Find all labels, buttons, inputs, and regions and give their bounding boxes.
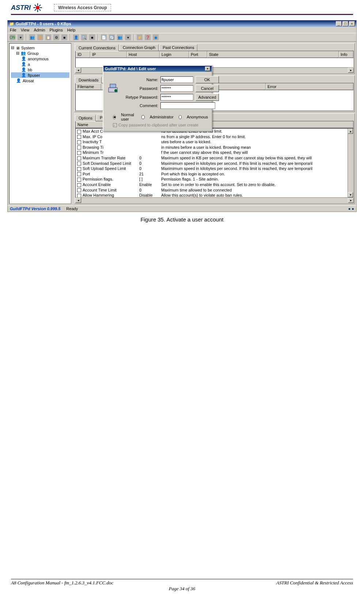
menu-view[interactable]: View xyxy=(21,28,30,32)
toolbar-icon[interactable]: 🔄 xyxy=(109,34,115,41)
scrollbar-h[interactable]: ◂ ▸ xyxy=(75,198,354,203)
option-row[interactable]: Account EnableEnableSet to one in order … xyxy=(76,182,353,187)
tree-node-user[interactable]: 👤anonymous xyxy=(11,56,69,61)
col-ip[interactable]: IP xyxy=(90,51,127,58)
minimize-button[interactable]: _ xyxy=(336,21,342,26)
tree-node-user[interactable]: 👤Alosat xyxy=(11,78,69,83)
toolbar-icon[interactable]: ❓ xyxy=(144,34,151,41)
password-field[interactable] xyxy=(160,85,193,92)
option-row[interactable]: Permission flags.[ ]Permission flags. 1 … xyxy=(76,177,353,182)
option-checkbox[interactable] xyxy=(77,178,81,182)
brand-text: ASTRI xyxy=(11,4,31,12)
advanced-button[interactable]: Advanced xyxy=(196,94,219,101)
toolbar-dropdown-icon[interactable]: ▾ xyxy=(17,34,24,41)
tab-connection-graph[interactable]: Connection Graph xyxy=(120,44,159,51)
menu-plugins[interactable]: Plugins xyxy=(50,28,63,32)
toolbar-icon[interactable]: 🔆 xyxy=(37,34,43,41)
option-row[interactable]: Port21Port which this login is accepted … xyxy=(76,171,353,177)
toolbar-dropdown-icon[interactable]: ▾ xyxy=(125,34,131,41)
option-checkbox[interactable] xyxy=(77,130,81,134)
maximize-button[interactable]: □ xyxy=(342,21,348,26)
col-login[interactable]: Login xyxy=(160,51,189,58)
tab-downloads[interactable]: Downloads xyxy=(75,77,102,83)
scroll-right-icon[interactable]: ▸ xyxy=(348,198,354,203)
tree-label: a xyxy=(28,62,30,67)
option-checkbox[interactable] xyxy=(77,156,81,160)
option-row[interactable]: Browsing Tiin minutes before a user is k… xyxy=(76,145,353,150)
menu-admin[interactable]: Admin xyxy=(34,28,45,32)
option-value: 21 xyxy=(138,171,160,177)
comment-field[interactable] xyxy=(160,102,215,109)
option-checkbox[interactable] xyxy=(77,183,81,187)
scroll-left-icon[interactable]: ◂ xyxy=(75,68,81,73)
option-row[interactable]: Max. IP Cons from a single IP address. E… xyxy=(76,134,353,140)
toolbar-icon[interactable]: ■ xyxy=(89,34,95,41)
radio-administrator[interactable] xyxy=(141,115,144,119)
toolbar-icon[interactable]: 📄 xyxy=(101,34,107,41)
tree-node-user[interactable]: 👤bb xyxy=(11,67,69,72)
toolbar-icon[interactable]: 👤 xyxy=(73,34,79,41)
toolbar-icon[interactable]: 📋 xyxy=(45,34,52,41)
tree-view[interactable]: ⊟🖥System ⊟👥Group 👤anonymous 👤a 👤bb 👤ftpu… xyxy=(9,43,71,204)
toolbar-on-icon[interactable]: ON xyxy=(9,34,16,41)
toolbar-icon[interactable]: 🔍 xyxy=(81,34,87,41)
option-checkbox[interactable] xyxy=(77,145,81,149)
option-row[interactable]: Allow HammeringDisableAllow this account… xyxy=(76,193,353,198)
tree-node-group[interactable]: ⊟👥Group xyxy=(11,50,69,56)
toolbar-icon[interactable]: ⚡ xyxy=(136,34,143,41)
option-row[interactable]: Inactivity Tutes before a user is kicked… xyxy=(76,139,353,145)
dialog-close-button[interactable]: × xyxy=(205,67,210,71)
option-row[interactable]: Soft Upload Speed Limit0Maximimum speed … xyxy=(76,166,353,171)
option-checkbox[interactable] xyxy=(77,194,81,198)
scroll-up-icon[interactable]: ▴ xyxy=(348,129,353,134)
scroll-down-icon[interactable]: ▾ xyxy=(348,192,353,197)
titlebar: 📁 GuildFTPd - 0 users - 0 KBps _ □ × xyxy=(8,20,356,27)
repassword-field[interactable] xyxy=(160,94,193,101)
scroll-left-icon[interactable]: ◂ xyxy=(75,198,81,203)
tab-current-connections[interactable]: Current Connections xyxy=(75,45,119,51)
comment-label: Comment: xyxy=(122,103,158,108)
option-checkbox[interactable] xyxy=(77,140,81,144)
option-row[interactable]: Soft Download Speed Limit0Maximimum spee… xyxy=(76,161,353,166)
menu-file[interactable]: File xyxy=(10,28,16,32)
option-name: Allow Hammering xyxy=(83,193,114,197)
toolbar-icon[interactable]: 👥 xyxy=(29,34,35,41)
option-checkbox[interactable] xyxy=(77,162,81,166)
cancel-button[interactable]: Cancel xyxy=(196,85,219,92)
tree-node-user-selected[interactable]: 👤ftpuser xyxy=(11,72,69,78)
col-host[interactable]: Host xyxy=(127,51,160,58)
close-button[interactable]: × xyxy=(349,21,355,26)
tab-options[interactable]: Options xyxy=(75,115,96,121)
radio-normal-user[interactable] xyxy=(113,115,116,119)
radio-anonymous[interactable] xyxy=(179,115,182,119)
menu-help[interactable]: Help xyxy=(67,28,76,32)
col-state[interactable]: State xyxy=(207,51,339,58)
toolbar-help-icon[interactable]: ◉ xyxy=(152,34,159,41)
col-filename[interactable]: Filename xyxy=(76,83,101,90)
option-row[interactable]: Maximum Transfer Rate0Maximum speed in K… xyxy=(76,155,353,161)
option-checkbox[interactable] xyxy=(77,172,81,176)
toolbar-icon[interactable]: ■ xyxy=(61,34,68,41)
toolbar-icon[interactable]: ⚙ xyxy=(53,34,60,41)
col-id[interactable]: ID xyxy=(76,51,90,58)
option-row[interactable]: Account Time Limit0Maximum time allowed … xyxy=(76,187,353,193)
scrollbar-v[interactable]: ▴ ▾ xyxy=(348,129,353,197)
option-row[interactable]: Minimum Trf the user cannot stay above t… xyxy=(76,150,353,155)
tree-node-user[interactable]: 👤a xyxy=(11,61,69,67)
toolbar-icon[interactable]: 👥 xyxy=(117,34,123,41)
option-checkbox[interactable] xyxy=(77,151,81,155)
col-error[interactable]: Error xyxy=(266,83,353,90)
toolbar-sep xyxy=(26,34,27,41)
option-checkbox[interactable] xyxy=(77,188,81,192)
col-info[interactable]: Info xyxy=(339,51,353,58)
option-checkbox[interactable] xyxy=(77,135,81,139)
footer-left: A8 Configuration Manual - fm_1.2.6.3_v4.… xyxy=(11,580,113,586)
tab-past-connections[interactable]: Past Connections xyxy=(159,44,197,51)
option-checkbox[interactable] xyxy=(77,167,81,171)
tree-node-system[interactable]: ⊟🖥System xyxy=(11,45,69,50)
header-rule xyxy=(11,14,353,15)
scroll-right-icon[interactable]: ▸ xyxy=(348,68,354,73)
ok-button[interactable]: OK xyxy=(196,76,219,83)
name-field[interactable] xyxy=(160,76,193,83)
col-port[interactable]: Port xyxy=(189,51,207,58)
